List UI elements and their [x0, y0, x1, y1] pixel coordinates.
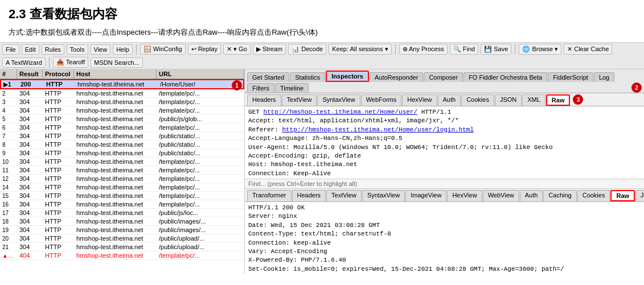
row-url: /public/static/...	[157, 141, 244, 148]
decode-button[interactable]: 📊 Decode	[288, 44, 326, 55]
toolbar-menu-tools[interactable]: Tools	[67, 44, 88, 55]
list-item[interactable]: 2 304 HTTP hmshop-test.itheima.net /temp…	[0, 89, 244, 98]
list-item[interactable]: 16 304 HTTP hmshop-test.itheima.net /tem…	[0, 200, 244, 209]
req-referer: Referer: http://hmshop-test.itheima.net/…	[248, 126, 641, 134]
subtab-resp-auth[interactable]: Auth	[520, 190, 543, 201]
subtab-transformer[interactable]: Transformer	[247, 190, 292, 201]
subtab-resp-webview[interactable]: WebView	[483, 190, 519, 201]
row-host: hmshop-test.itheima.net	[74, 183, 157, 191]
tab-fo[interactable]: FO Fiddler Orchestra Beta	[463, 72, 547, 82]
subtab-resp-textview[interactable]: TextView	[326, 190, 362, 201]
subtab-hexview[interactable]: HexView	[402, 94, 437, 106]
row-num: 9	[0, 150, 17, 157]
go-button[interactable]: ✕ ▾ Go	[223, 44, 251, 55]
request-url-link[interactable]: http://hmshop-test.itheima.net/Home/user…	[263, 109, 417, 115]
referer-link[interactable]: http://hmshop-test.itheima.net/Home/user…	[282, 126, 474, 133]
subtab-raw-request[interactable]: Raw	[546, 94, 571, 106]
list-item[interactable]: 7 304 HTTP hmshop-test.itheima.net /publ…	[0, 132, 244, 141]
req-useragent: User-Agent: Mozilla/5.0 (Windows NT 10.0…	[248, 143, 641, 152]
keep-button[interactable]: Keep: All sessions ▾	[329, 44, 391, 55]
tab-composer[interactable]: Composer	[424, 72, 463, 82]
row-url: /public/static/...	[157, 132, 244, 140]
list-item[interactable]: 15 304 HTTP hmshop-test.itheima.net /tem…	[0, 192, 244, 200]
row-url: /public/upload/...	[157, 234, 244, 242]
list-item[interactable]: 18 304 HTTP hmshop-test.itheima.net /pub…	[0, 217, 244, 226]
list-item[interactable]: 19 304 HTTP hmshop-test.itheima.net /pub…	[0, 226, 244, 234]
find-button[interactable]: 🔍 Find	[450, 44, 478, 55]
subtab-resp-json[interactable]: JSON	[635, 190, 644, 201]
toolbar-menu-edit[interactable]: Edit	[22, 44, 39, 55]
find-bar[interactable]: Find... (press Ctrl+Enter to highlight a…	[245, 179, 644, 189]
subtab-cookies[interactable]: Cookies	[461, 94, 494, 106]
row-num: 2	[0, 90, 17, 97]
row-num: 21	[0, 243, 17, 251]
row-host: hmshop-test.itheima.net	[74, 200, 157, 208]
list-item[interactable]: 21 304 HTTP hmshop-test.itheima.net /pub…	[0, 243, 244, 251]
list-item[interactable]: 17 304 HTTP hmshop-test.itheima.net /pub…	[0, 209, 244, 217]
find-bar-text: Find... (press Ctrl+Enter to highlight a…	[248, 180, 357, 187]
anyprocess-button[interactable]: ⊕ Any Process	[399, 44, 448, 55]
row-result: 304	[17, 89, 43, 97]
list-item[interactable]: 11 304 HTTP hmshop-test.itheima.net /tem…	[0, 166, 244, 175]
subtab-syntaxview[interactable]: SyntaxView	[317, 94, 360, 106]
list-item[interactable]: 20 304 HTTP hmshop-test.itheima.net /pub…	[0, 234, 244, 243]
replay-button[interactable]: ↩ Replay	[188, 44, 221, 55]
resp-set-cookie: Set-Cookie: is_mobile=0; expires=Wed, 15…	[248, 265, 641, 274]
list-item[interactable]: 8 304 HTTP hmshop-test.itheima.net /publ…	[0, 141, 244, 149]
tab-get-started[interactable]: Get Started	[247, 72, 289, 82]
list-item[interactable]: 9 304 HTTP hmshop-test.itheima.net /publ…	[0, 149, 244, 158]
toolbar-menu-help[interactable]: Help	[113, 44, 133, 55]
request-content-area: GET http://hmshop-test.itheima.net/Home/…	[245, 106, 644, 179]
toolbar-menu-rules[interactable]: Rules	[42, 44, 64, 55]
subtab-raw-response[interactable]: Raw	[610, 190, 635, 201]
list-item[interactable]: 6 304 HTTP hmshop-test.itheima.net /temp…	[0, 123, 244, 132]
row-host: hmshop-test.itheima.net	[74, 251, 157, 259]
subtab-resp-hexview[interactable]: HexView	[447, 190, 482, 201]
stream-button[interactable]: ▶ Stream	[253, 44, 286, 55]
list-item[interactable]: 14 304 HTTP hmshop-test.itheima.net /tem…	[0, 183, 244, 192]
list-item[interactable]: ▶1 200 HTTP hmshop-test.itheima.net /Hom…	[0, 79, 244, 89]
sep2	[395, 44, 396, 55]
winconfig-button[interactable]: 🪟 WinConfig	[140, 44, 186, 55]
tab-inspectors[interactable]: Inspectors	[326, 71, 369, 82]
list-item[interactable]: ▲ 22 404 HTTP hmshop-test.itheima.net /t…	[0, 251, 244, 260]
subtab-auth[interactable]: Auth	[438, 94, 461, 106]
subtab-resp-syntaxview[interactable]: SyntaxView	[362, 190, 405, 201]
toolbar-menu-view[interactable]: View	[91, 44, 111, 55]
row-host: hmshop-test.itheima.net	[74, 192, 157, 200]
row-host: hmshop-test.itheima.net	[74, 106, 157, 114]
textwizard-button[interactable]: A TextWizard	[2, 57, 46, 68]
subtab-headers[interactable]: Headers	[247, 94, 281, 106]
tearoff-button[interactable]: 📤 Tearoff	[53, 57, 88, 68]
subtab-textview[interactable]: TextView	[282, 94, 317, 106]
tab-autoresponder[interactable]: AutoResponder	[370, 72, 423, 82]
tab-statistics[interactable]: Statistics	[290, 72, 325, 82]
col-host: Host	[74, 69, 157, 79]
subtab-xml[interactable]: XML	[522, 94, 545, 106]
list-item[interactable]: 12 304 HTTP hmshop-test.itheima.net /tem…	[0, 175, 244, 183]
subtab-resp-headers[interactable]: Headers	[292, 190, 326, 201]
list-item[interactable]: 10 304 HTTP hmshop-test.itheima.net /tem…	[0, 158, 244, 166]
row-host: hmshop-test.itheima.net	[74, 89, 157, 97]
save-button[interactable]: 💾 Save	[481, 44, 511, 55]
tab-timeline[interactable]: Timeline	[275, 83, 309, 93]
subtab-webforms[interactable]: WebForms	[361, 94, 402, 106]
list-item[interactable]: 5 304 HTTP hmshop-test.itheima.net /publ…	[0, 115, 244, 123]
resp-expires: Expires: Thu, 19 Nov 1981 08:52:00 GMT	[248, 274, 641, 274]
msdnsearch-button[interactable]: MSDN Search...	[91, 57, 142, 68]
subtab-imageview[interactable]: ImageView	[405, 190, 446, 201]
subtab-resp-cookies[interactable]: Cookies	[577, 190, 610, 201]
clearcache-button[interactable]: ✕ Clear Cache	[564, 44, 612, 55]
row-result: 304	[17, 200, 43, 208]
toolbar-menu-file[interactable]: File	[2, 44, 19, 55]
subtab-json[interactable]: JSON	[495, 94, 522, 106]
row-host: hmshop-test.itheima.net	[74, 115, 157, 123]
list-item[interactable]: 3 304 HTTP hmshop-test.itheima.net /temp…	[0, 98, 244, 106]
tab-fiddlerscript[interactable]: FiddlerScript	[548, 72, 593, 82]
tab-filters[interactable]: Filters	[247, 83, 274, 93]
list-item[interactable]: 4 304 HTTP hmshop-test.itheima.net /temp…	[0, 106, 244, 115]
tab-log[interactable]: Log	[594, 72, 614, 82]
browse-button[interactable]: 🌐 Browse ▾	[519, 44, 561, 55]
row-num: 12	[0, 175, 17, 183]
subtab-caching[interactable]: Caching	[543, 190, 576, 201]
